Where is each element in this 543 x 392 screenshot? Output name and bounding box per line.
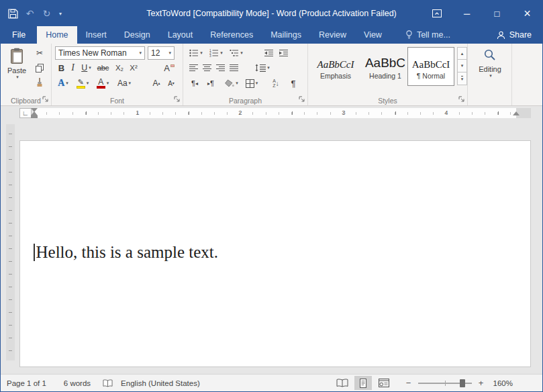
right-indent-marker[interactable] [513, 111, 520, 115]
copy-button[interactable] [32, 61, 48, 75]
vertical-ruler[interactable] [6, 124, 15, 360]
line-spacing-dropdown-icon: ▾ [267, 65, 270, 70]
italic-button[interactable]: I [68, 61, 78, 75]
strikethrough-button[interactable]: abc [95, 61, 111, 75]
shading-bucket-icon [225, 79, 234, 88]
grow-font-button[interactable]: A▴ [150, 76, 163, 91]
magnifier-icon [484, 49, 496, 61]
document-page[interactable]: Hello, this is a sample text. [19, 140, 531, 367]
editing-button[interactable]: Editing ▾ [473, 48, 507, 91]
rtl-direction-button[interactable]: ▸¶ [203, 76, 218, 91]
highlight-button[interactable]: ✎ ▾ [74, 76, 91, 91]
show-hide-pilcrow-button[interactable]: ¶ [287, 76, 300, 91]
grow-font-arrow-icon: ▴ [158, 81, 160, 85]
tab-file[interactable]: File [1, 26, 37, 44]
language-status[interactable]: English (United States) [121, 379, 200, 387]
text-effects-button[interactable]: A▾ [55, 76, 71, 91]
paragraph-group: ▾ 123 ▾ ▾ [183, 44, 308, 105]
styles-scroll-down-button[interactable]: ▾ [457, 60, 467, 72]
zoom-in-icon: + [479, 378, 484, 388]
style-emphasis[interactable]: AaBbCcI Emphasis [312, 47, 359, 86]
ribbon-display-options-button[interactable] [422, 1, 452, 26]
align-left-button[interactable] [187, 61, 200, 75]
tab-design[interactable]: Design [115, 26, 159, 44]
tab-stop-selector[interactable]: ∟ [19, 108, 32, 118]
status-bar-right: − + 160% [330, 375, 513, 391]
zoom-slider-thumb[interactable] [460, 379, 465, 387]
editing-dropdown-icon: ▾ [489, 73, 492, 79]
borders-button[interactable]: ▾ [242, 76, 261, 91]
tab-references[interactable]: References [201, 26, 262, 44]
proofing-button[interactable] [103, 379, 113, 387]
font-color-button[interactable]: A ▾ [93, 76, 112, 91]
close-button[interactable]: × [512, 1, 542, 26]
shading-button[interactable]: ▾ [222, 76, 241, 91]
bold-button[interactable]: B [56, 61, 67, 75]
zoom-in-button[interactable]: + [476, 378, 487, 388]
decrease-indent-button[interactable] [262, 46, 276, 60]
font-dialog-launcher[interactable] [174, 96, 181, 103]
borders-dropdown-icon: ▾ [256, 81, 258, 86]
page-count-status[interactable]: Page 1 of 1 [7, 379, 46, 387]
styles-more-button[interactable]: ▾ [457, 72, 467, 85]
underline-dropdown-icon: ▾ [89, 65, 91, 70]
decrease-indent-icon [264, 49, 274, 57]
zoom-slider[interactable] [418, 383, 472, 384]
font-family-value: Times New Roman [58, 48, 127, 58]
word-window: ↶ ↻ ▾ TextToWord [Compatibility Mode] - … [0, 0, 543, 392]
ruler-row: ∟ 1 2 3 4 [1, 106, 542, 120]
word-count-status[interactable]: 6 words [64, 379, 91, 387]
numbering-button[interactable]: 123 ▾ [207, 46, 225, 60]
tell-me-box[interactable]: Tell me... [399, 26, 457, 44]
underline-button[interactable]: U▾ [79, 61, 94, 75]
format-painter-button[interactable] [32, 76, 48, 89]
multilevel-list-button[interactable]: ▾ [228, 46, 245, 60]
sort-arrow-icon: ↓ [276, 80, 279, 87]
justify-button[interactable] [228, 61, 240, 75]
paste-button[interactable]: Paste ▾ [3, 46, 30, 92]
tab-review[interactable]: Review [310, 26, 355, 44]
paste-dropdown-icon: ▾ [16, 75, 19, 80]
tab-home[interactable]: Home [37, 26, 77, 44]
paragraph-dialog-launcher[interactable] [299, 96, 305, 103]
change-case-button[interactable]: Aa▾ [115, 76, 134, 91]
share-button[interactable]: Share [486, 26, 542, 44]
font-family-combo[interactable]: Times New Roman ▾ [55, 46, 145, 60]
subscript-button[interactable]: X₂ [113, 61, 126, 75]
maximize-button[interactable]: □ [482, 1, 512, 26]
tab-layout[interactable]: Layout [159, 26, 202, 44]
left-indent-marker[interactable] [31, 115, 38, 118]
font-size-combo[interactable]: 12 ▾ [148, 46, 175, 60]
increase-indent-button[interactable] [277, 46, 291, 60]
superscript-button[interactable]: X² [127, 61, 140, 75]
editing-label: Editing [479, 65, 501, 73]
ruler-number-4: 4 [444, 109, 448, 116]
eraser-icon [170, 64, 175, 67]
zoom-out-button[interactable]: − [403, 378, 414, 388]
document-paragraph[interactable]: Hello, this is a sample text. [34, 243, 218, 262]
styles-scroll-up-button[interactable]: ▴ [457, 47, 467, 60]
sort-button[interactable]: AZ ↓ [268, 76, 284, 91]
print-layout-button[interactable] [354, 376, 372, 390]
horizontal-ruler[interactable]: 1 2 3 4 [34, 108, 531, 118]
shrink-font-button[interactable]: A▾ [164, 76, 178, 91]
web-layout-button[interactable] [375, 376, 393, 390]
clear-formatting-button[interactable]: A [160, 61, 178, 75]
tab-view[interactable]: View [355, 26, 391, 44]
clipboard-dialog-launcher[interactable] [42, 96, 49, 103]
bullets-button[interactable]: ▾ [187, 46, 205, 60]
align-right-button[interactable] [214, 61, 227, 75]
tab-insert[interactable]: Insert [77, 26, 115, 44]
minimize-button[interactable]: ─ [452, 1, 482, 26]
line-spacing-button[interactable]: ▾ [253, 61, 272, 75]
cut-button[interactable]: ✂ [32, 46, 48, 60]
align-center-button[interactable] [201, 61, 213, 75]
read-mode-button[interactable] [334, 376, 351, 390]
style-heading1[interactable]: AaBbC Heading 1 [362, 47, 409, 86]
tab-mailings[interactable]: Mailings [262, 26, 310, 44]
style-normal[interactable]: AaBbCcI ¶ Normal [407, 47, 454, 86]
ltr-direction-button[interactable]: ¶◂ [187, 76, 202, 91]
zoom-level[interactable]: 160% [493, 379, 513, 387]
lightbulb-icon [405, 30, 413, 40]
styles-dialog-launcher[interactable] [458, 96, 465, 103]
